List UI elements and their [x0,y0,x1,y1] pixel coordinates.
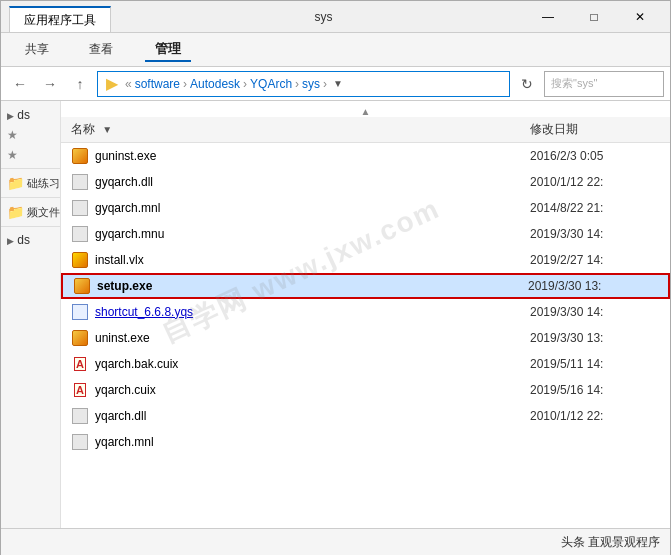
shortcut-yqs-name: shortcut_6.6.8.yqs [95,305,530,319]
install-vlx-date: 2019/2/27 14: [530,253,660,267]
search-box[interactable]: 搜索"sys" [544,71,664,97]
yqarch-dll-icon [71,407,89,425]
sidebar-item-practice[interactable]: 📁础练习 [1,172,60,194]
yqarch-bak-cuix-date: 2019/5/11 14: [530,357,660,371]
address-controls: ↻ [514,71,540,97]
shortcut-yqs-icon [71,303,89,321]
uninst-exe-date: 2019/3/30 13: [530,331,660,345]
file-row-yqarch-mnl[interactable]: yqarch.mnl [61,429,670,455]
close-button[interactable]: ✕ [618,3,662,31]
tab-app-tools[interactable]: 应用程序工具 [9,6,111,32]
yqarch-bak-cuix-icon: A [71,355,89,373]
address-path[interactable]: ▶ « software › Autodesk › YQArch › sys ›… [97,71,510,97]
file-row-gyqarch-dll[interactable]: gyqarch.dll 2010/1/12 22: [61,169,670,195]
up-button[interactable]: ↑ [67,71,93,97]
gyqarch-dll-icon [71,173,89,191]
file-list: ▲ 名称 ▼ 修改日期 guninst.exe 2016/2/3 0:05 [61,101,670,528]
setup-exe-name: setup.exe [97,279,528,293]
setup-exe-icon [73,277,91,295]
column-date-header[interactable]: 修改日期 [530,121,660,138]
install-vlx-icon [71,251,89,269]
maximize-button[interactable]: □ [572,3,616,31]
gyqarch-mnu-icon [71,225,89,243]
file-row-uninst-exe[interactable]: uninst.exe 2019/3/30 13: [61,325,670,351]
yqarch-cuix-date: 2019/5/16 14: [530,383,660,397]
sidebar-item-video[interactable]: 📁频文件 [1,201,60,223]
window-controls: — □ ✕ [526,3,662,31]
file-row-guninst[interactable]: guninst.exe 2016/2/3 0:05 [61,143,670,169]
file-row-gyqarch-mnl[interactable]: gyqarch.mnl 2014/8/22 21: [61,195,670,221]
column-name-header[interactable]: 名称 ▼ [71,121,530,138]
file-row-shortcut-yqs[interactable]: shortcut_6.6.8.yqs 2019/3/30 14: [61,299,670,325]
file-row-gyqarch-mnu[interactable]: gyqarch.mnu 2019/3/30 14: [61,221,670,247]
refresh-button[interactable]: ↻ [514,71,540,97]
yqarch-mnl-icon [71,433,89,451]
sidebar-item-ds1[interactable]: ▶ ds [1,105,60,125]
back-button[interactable]: ← [7,71,33,97]
window-title: sys [121,10,526,24]
file-list-header: 名称 ▼ 修改日期 [61,117,670,143]
install-vlx-name: install.vlx [95,253,530,267]
yqarch-cuix-name: yqarch.cuix [95,383,530,397]
sidebar: ▶ ds ★ ★ 📁础练习 📁频文件 ▶ ds [1,101,61,528]
gyqarch-mnl-icon [71,199,89,217]
ribbon-tab-share[interactable]: 共享 [17,37,57,62]
shortcut-yqs-date: 2019/3/30 14: [530,305,660,319]
ribbon: 共享 查看 管理 [1,33,670,67]
sidebar-item-star2[interactable]: ★ [1,145,60,165]
sidebar-item-star1[interactable]: ★ [1,125,60,145]
file-row-yqarch-bak-cuix[interactable]: A yqarch.bak.cuix 2019/5/11 14: [61,351,670,377]
search-placeholder: 搜索"sys" [551,76,597,91]
title-bar: 应用程序工具 sys — □ ✕ [1,1,670,33]
gyqarch-dll-name: gyqarch.dll [95,175,530,189]
gyqarch-mnu-name: gyqarch.mnu [95,227,530,241]
status-bar: 头条 直观景观程序 [1,528,670,555]
path-yqarch[interactable]: YQArch [250,77,292,91]
path-sys[interactable]: sys [302,77,320,91]
guninst-date: 2016/2/3 0:05 [530,149,660,163]
title-tabs: 应用程序工具 [9,1,113,32]
tab-app-tools-label: 应用程序工具 [24,12,96,29]
file-row-setup-exe[interactable]: setup.exe 2019/3/30 13: [61,273,670,299]
guninst-icon [71,147,89,165]
status-right: 头条 直观景观程序 [561,534,660,551]
gyqarch-mnu-date: 2019/3/30 14: [530,227,660,241]
yqarch-dll-date: 2010/1/12 22: [530,409,660,423]
yqarch-bak-cuix-name: yqarch.bak.cuix [95,357,530,371]
gyqarch-dll-date: 2010/1/12 22: [530,175,660,189]
minimize-button[interactable]: — [526,3,570,31]
file-row-yqarch-cuix[interactable]: A yqarch.cuix 2019/5/16 14: [61,377,670,403]
path-autodesk[interactable]: Autodesk [190,77,240,91]
forward-button[interactable]: → [37,71,63,97]
yqarch-cuix-icon: A [71,381,89,399]
file-row-install-vlx[interactable]: install.vlx 2019/2/27 14: [61,247,670,273]
uninst-exe-icon [71,329,89,347]
file-row-yqarch-dll[interactable]: yqarch.dll 2010/1/12 22: [61,403,670,429]
uninst-exe-name: uninst.exe [95,331,530,345]
address-bar: ← → ↑ ▶ « software › Autodesk › YQArch ›… [1,67,670,101]
main-area: ▶ ds ★ ★ 📁础练习 📁频文件 ▶ ds ▲ [1,101,670,528]
setup-exe-date: 2019/3/30 13: [528,279,658,293]
ribbon-tab-manage[interactable]: 管理 [145,38,191,62]
guninst-name: guninst.exe [95,149,530,163]
yqarch-dll-name: yqarch.dll [95,409,530,423]
yqarch-mnl-name: yqarch.mnl [95,435,530,449]
sidebar-item-ds2[interactable]: ▶ ds [1,230,60,250]
ribbon-tab-view[interactable]: 查看 [81,37,121,62]
gyqarch-mnl-name: gyqarch.mnl [95,201,530,215]
path-software[interactable]: software [135,77,180,91]
gyqarch-mnl-date: 2014/8/22 21: [530,201,660,215]
